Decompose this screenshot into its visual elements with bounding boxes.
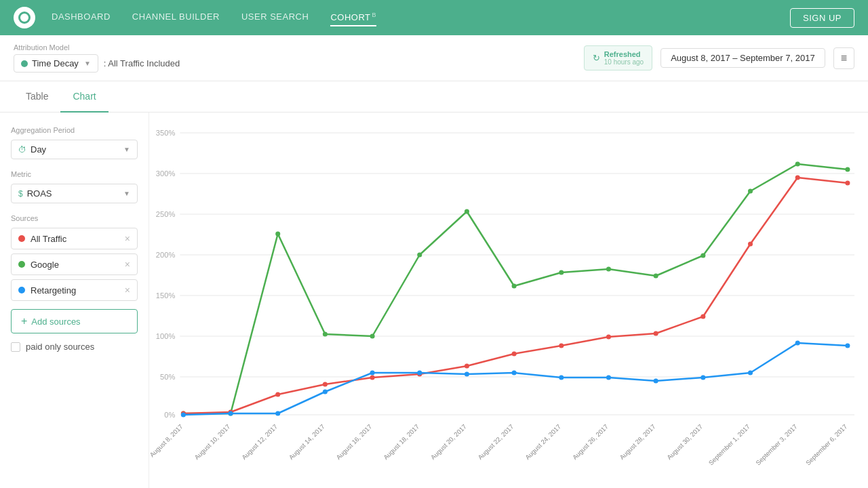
svg-point-43 [748, 242, 753, 247]
source-remove-all-traffic[interactable]: × [125, 233, 130, 244]
svg-point-29 [795, 162, 800, 167]
svg-text:August 28, 2017: August 28, 2017 [618, 423, 656, 462]
tab-table[interactable]: Table [14, 81, 60, 113]
source-name-google: Google [31, 260, 122, 270]
svg-text:August 10, 2017: August 10, 2017 [193, 423, 231, 462]
attribution-model-button[interactable]: Time Decay ▼ [14, 54, 98, 73]
svg-point-52 [465, 372, 469, 377]
refresh-badge: ↻ Refreshed 10 hours ago [584, 45, 652, 70]
svg-point-46 [181, 413, 186, 418]
chart-svg: 350% 300% 250% 200% 150% 100% 50% [156, 123, 854, 455]
model-caret-icon: ▼ [84, 60, 91, 67]
svg-point-21 [417, 253, 422, 258]
svg-point-37 [465, 364, 469, 369]
add-sources-button[interactable]: + Add sources [11, 309, 138, 333]
dollar-icon: $ [18, 189, 23, 199]
source-name-retargeting: Retargeting [31, 285, 122, 296]
tabs-area: Table Chart [0, 81, 868, 113]
nav-cohort[interactable]: COHORTβ [330, 9, 376, 26]
nav-dashboard[interactable]: DASHBOARD [52, 9, 111, 26]
svg-point-53 [512, 371, 517, 375]
svg-point-27 [701, 253, 705, 258]
svg-point-47 [229, 411, 233, 416]
filter-button[interactable]: ≡ [833, 47, 854, 69]
svg-point-24 [559, 270, 564, 275]
svg-text:50%: 50% [160, 373, 175, 381]
sources-label: Sources [11, 214, 138, 222]
svg-point-28 [748, 189, 753, 194]
svg-point-19 [323, 332, 328, 337]
svg-text:350%: 350% [156, 129, 176, 137]
svg-point-55 [606, 375, 611, 380]
source-dot-all-traffic [18, 235, 25, 242]
svg-text:100%: 100% [156, 332, 176, 340]
plus-icon: + [21, 315, 27, 327]
paid-only-checkbox-label[interactable]: paid only sources [11, 342, 138, 352]
clock-icon: ⏱ [18, 145, 26, 155]
svg-text:August 14, 2017: August 14, 2017 [288, 423, 326, 462]
signup-button[interactable]: SIGN UP [790, 8, 854, 28]
svg-point-51 [417, 371, 422, 375]
source-name-all-traffic: All Traffic [31, 234, 122, 244]
refresh-text: Refreshed 10 hours ago [604, 50, 644, 66]
metric-value: ROAS [27, 188, 52, 199]
date-range-picker[interactable]: August 8, 2017 – September 7, 2017 [660, 48, 825, 68]
add-sources-label: Add sources [31, 317, 80, 327]
svg-text:August 18, 2017: August 18, 2017 [382, 423, 420, 462]
svg-point-49 [323, 390, 328, 394]
refresh-label: Refreshed [604, 50, 644, 58]
svg-text:0%: 0% [164, 411, 175, 419]
tab-chart[interactable]: Chart [60, 81, 108, 113]
header-right: ↻ Refreshed 10 hours ago August 8, 2017 … [584, 45, 854, 70]
nav-user-search[interactable]: USER SEARCH [241, 9, 309, 26]
svg-point-33 [275, 392, 280, 397]
model-name: Time Decay [32, 58, 79, 68]
source-item-retargeting: Retargeting × [11, 279, 138, 301]
svg-text:August 26, 2017: August 26, 2017 [571, 423, 610, 462]
svg-point-57 [701, 375, 705, 380]
metric-select[interactable]: $ ROAS ▼ [11, 184, 138, 203]
svg-point-25 [606, 267, 611, 272]
svg-point-48 [275, 411, 280, 416]
svg-point-41 [654, 331, 658, 336]
navbar: DASHBOARD CHANNEL BUILDER USER SEARCH CO… [0, 0, 868, 35]
logo[interactable] [14, 7, 35, 28]
source-item-google: Google × [11, 253, 138, 275]
metric-label: Metric [11, 170, 138, 178]
source-dot-google [18, 261, 25, 268]
svg-point-30 [845, 167, 850, 172]
y-axis: 350% 300% 250% 200% 150% 100% 50% [156, 129, 854, 419]
svg-text:300%: 300% [156, 169, 176, 178]
svg-point-23 [512, 284, 517, 289]
attribution-section: Attribution Model Time Decay ▼ : All Tra… [14, 43, 180, 73]
svg-text:September 6, 2017: September 6, 2017 [804, 423, 848, 467]
attribution-controls: Time Decay ▼ : All Traffic Included [14, 54, 180, 73]
svg-point-20 [370, 334, 375, 339]
metric-caret-icon: ▼ [123, 190, 130, 197]
source-dot-retargeting [18, 287, 25, 293]
main-content: Aggregation Period ⏱ Day ▼ Metric $ ROAS… [0, 113, 868, 488]
svg-point-60 [845, 344, 850, 348]
model-dot [21, 60, 28, 67]
svg-point-58 [748, 371, 753, 375]
header-area: Attribution Model Time Decay ▼ : All Tra… [0, 35, 868, 81]
svg-text:August 16, 2017: August 16, 2017 [334, 423, 373, 462]
google-dots [181, 162, 850, 416]
source-remove-google[interactable]: × [125, 259, 130, 270]
svg-text:September 3, 2017: September 3, 2017 [754, 423, 798, 467]
svg-text:August 8, 2017: August 8, 2017 [149, 423, 184, 459]
svg-text:August 12, 2017: August 12, 2017 [240, 423, 279, 462]
svg-point-40 [606, 335, 611, 340]
source-remove-retargeting[interactable]: × [125, 285, 130, 296]
x-axis: August 8, 2017 August 10, 2017 August 12… [149, 423, 848, 467]
svg-text:August 24, 2017: August 24, 2017 [524, 423, 562, 462]
aggregation-select[interactable]: ⏱ Day ▼ [11, 140, 138, 159]
aggregation-label: Aggregation Period [11, 126, 138, 134]
svg-point-22 [465, 209, 469, 214]
nav-channel-builder[interactable]: CHANNEL BUILDER [132, 9, 220, 26]
refresh-icon: ↻ [593, 53, 600, 63]
svg-point-45 [845, 181, 850, 186]
svg-point-39 [559, 344, 564, 348]
chart-area: 350% 300% 250% 200% 150% 100% 50% [149, 113, 868, 488]
paid-only-checkbox[interactable] [11, 342, 20, 352]
